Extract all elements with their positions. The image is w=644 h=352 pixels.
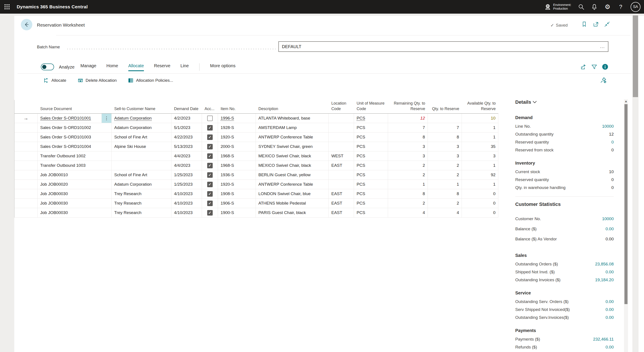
cell-available[interactable]: 1 [462, 123, 498, 132]
cell-remaining[interactable]: 7 [388, 123, 428, 132]
tab-reserve[interactable]: Reserve [154, 63, 170, 70]
cell-qty[interactable]: 7 [428, 123, 462, 132]
row-selector[interactable]: → [14, 114, 38, 123]
cell-available[interactable]: 92 [462, 170, 498, 180]
detail-value[interactable]: 10000 [602, 124, 614, 129]
detail-value[interactable]: 232,466.11 [593, 337, 614, 342]
cell-date[interactable]: 5/13/2023 [172, 142, 202, 151]
row-selector[interactable] [14, 189, 38, 198]
detail-value[interactable]: 19,184.20 [595, 278, 614, 282]
accepted-checkbox[interactable]: ✓ [207, 200, 213, 206]
cell-description[interactable]: MEXICO Swivel Chair, black [256, 152, 329, 160]
cell-uom[interactable]: PCS [354, 161, 388, 170]
cell-date[interactable]: 4/4/2023 [172, 161, 202, 170]
action-delete-allocation[interactable]: Delete Allocation [77, 77, 117, 84]
accepted-checkbox[interactable]: ✓ [207, 153, 213, 159]
cell-date[interactable]: 4/10/2023 [172, 199, 202, 208]
cell-description[interactable]: ATHENS Mobile Pedestal [256, 199, 329, 208]
row-selector[interactable] [14, 161, 38, 170]
cell-location[interactable]: EAST [329, 189, 354, 198]
cell-description[interactable]: ANTWERP Conference Table [256, 180, 329, 189]
cell-customer[interactable]: Trey Research [112, 199, 172, 208]
row-selector[interactable] [14, 170, 38, 180]
cell-description[interactable]: SYDNEY Swivel Chair, green [256, 142, 329, 151]
cell-accepted[interactable]: ✓ [202, 199, 218, 208]
cell-accepted[interactable]: ✓ [202, 189, 218, 198]
cell-source[interactable]: Job JOB00030 [38, 199, 112, 208]
app-launcher-waffle-icon[interactable] [0, 0, 14, 14]
accepted-checkbox[interactable]: ✓ [207, 163, 213, 168]
details-pane-scrollbar[interactable]: ▲ [624, 99, 628, 352]
cell-location[interactable] [329, 123, 354, 132]
cell-customer[interactable]: Adatum Corporation [112, 114, 172, 123]
info-icon[interactable] [602, 64, 608, 70]
detail-value[interactable]: 0 [611, 140, 614, 144]
cell-source[interactable]: Transfer Outbound 1003 [38, 161, 112, 170]
cell-location[interactable] [329, 180, 354, 189]
cell-date[interactable]: 4/22/2023 [172, 132, 202, 142]
cell-location[interactable]: EAST [329, 208, 354, 217]
cell-customer[interactable]: Trey Research [112, 189, 172, 198]
cell-description[interactable]: ATLANTA Whiteboard, base [256, 114, 329, 123]
cell-uom[interactable]: PCS [354, 189, 388, 198]
row-selector[interactable] [14, 199, 38, 208]
cell-qty[interactable]: 1 [428, 180, 462, 189]
window-scrollbar-thumb[interactable] [633, 16, 638, 97]
cell-customer[interactable]: School of Fine Art [112, 132, 172, 142]
action-allocation-policies[interactable]: Allocation Policies... [128, 77, 173, 84]
cell-available[interactable]: 10 [462, 114, 498, 123]
cell-accepted[interactable]: ✓ [202, 142, 218, 151]
cell-uom[interactable]: PCS [354, 123, 388, 132]
cell-accepted[interactable]: ✓ [202, 180, 218, 189]
row-ellipsis-menu[interactable]: ⋮ [102, 114, 112, 123]
cell-source[interactable]: Sales Order S-ORD101003 [38, 132, 112, 142]
detail-value[interactable]: 23,856.08 [595, 262, 614, 266]
cell-remaining[interactable]: 3 [388, 152, 428, 160]
cell-location[interactable] [329, 132, 354, 142]
cell-available[interactable]: 0 [462, 199, 498, 208]
cell-customer[interactable]: Alpine Ski House [112, 142, 172, 151]
cell-item[interactable]: 1920-S [218, 180, 256, 189]
cell-description[interactable]: MEXICO Swivel Chair, black [256, 161, 329, 170]
cell-item[interactable]: 2000-S [218, 142, 256, 151]
cell-source[interactable]: Sales Order S-ORD101001⋮ [38, 114, 112, 123]
cell-location[interactable] [329, 114, 354, 123]
back-button[interactable] [21, 19, 32, 30]
cell-description[interactable]: BERLIN Guest Chair, yellow [256, 170, 329, 180]
cell-qty[interactable]: 3 [428, 142, 462, 151]
cell-item[interactable]: 1908-S [218, 189, 256, 198]
cell-location[interactable] [329, 142, 354, 151]
cell-item[interactable]: 1968-S [218, 152, 256, 160]
cell-qty[interactable]: 3 [428, 152, 462, 160]
cell-source[interactable]: Sales Order S-ORD101002 [38, 123, 112, 132]
accepted-checkbox[interactable]: ✓ [207, 191, 213, 197]
cell-source[interactable]: Sales Order S-ORD101004 [38, 142, 112, 151]
cell-available[interactable]: 1 [462, 180, 498, 189]
analyze-toggle[interactable] [41, 64, 54, 70]
accepted-checkbox[interactable] [207, 116, 213, 121]
detail-value[interactable]: 10000 [602, 216, 614, 221]
cell-location[interactable]: WEST [329, 152, 354, 160]
cell-accepted[interactable]: ✓ [202, 123, 218, 132]
batch-assist-button[interactable]: ... [600, 44, 608, 49]
cell-description[interactable]: LONDON Swivel Chair, blue [256, 189, 329, 198]
column-header-qty[interactable]: Qty. to Reserve [428, 106, 462, 114]
row-selector[interactable] [14, 123, 38, 132]
notifications-bell-icon[interactable] [591, 4, 598, 10]
cell-item[interactable]: 1968-S [218, 161, 256, 170]
detail-value[interactable]: 0.00 [606, 299, 614, 304]
environment-indicator[interactable]: Environment: Production [544, 3, 571, 10]
cell-accepted[interactable]: ✓ [202, 208, 218, 217]
help-icon[interactable]: ? [618, 4, 624, 10]
column-header-accepted[interactable]: Acc... [202, 106, 218, 114]
column-header-source[interactable]: Source Document [38, 106, 112, 114]
accepted-checkbox[interactable]: ✓ [207, 125, 213, 130]
cell-item[interactable]: 1928-S [218, 123, 256, 132]
column-header-date[interactable]: Demand Date [172, 106, 202, 114]
cell-uom[interactable]: PCS [354, 114, 388, 123]
cell-qty[interactable]: 2 [428, 161, 462, 170]
action-allocate[interactable]: Allocate [43, 77, 66, 84]
accepted-checkbox[interactable]: ✓ [207, 172, 213, 178]
cell-remaining[interactable]: 12 [388, 114, 428, 123]
cell-source[interactable]: Transfer Outbound 1002 [38, 152, 112, 160]
